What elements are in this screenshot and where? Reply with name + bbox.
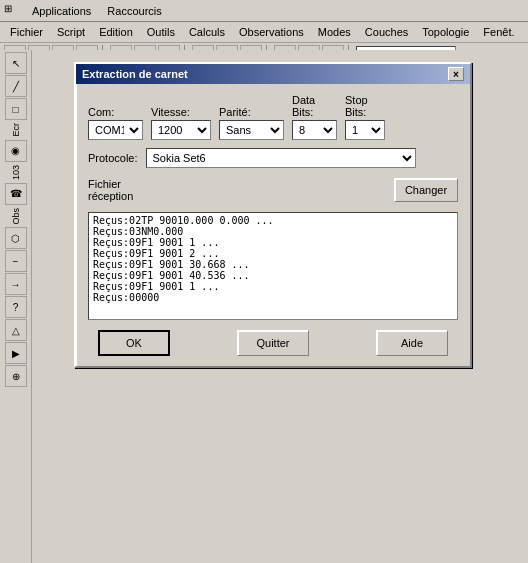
menu-topologie[interactable]: Topologie: [416, 24, 475, 40]
app-icon: ⊞: [4, 3, 20, 19]
lt-btn-play[interactable]: ▶: [5, 342, 27, 364]
field-labels-row: Com: Vitesse: Parité: Data Bits: Stop Bi…: [88, 94, 458, 118]
lt-btn-line[interactable]: ╱: [5, 75, 27, 97]
ok-button[interactable]: OK: [98, 330, 170, 356]
vitesse-select[interactable]: 1200 2400 4800 9600 19200: [151, 120, 211, 140]
app-bar: ⊞ Applications Raccourcis: [0, 0, 528, 22]
changer-button[interactable]: Changer: [394, 178, 458, 202]
menu-outils[interactable]: Outils: [141, 24, 181, 40]
fields-row: COM1 COM2 COM3 COM4 1200 2400 4800 9600 …: [88, 120, 458, 140]
protocol-row: Protocole: Sokia Set6 Leica GSI Trimble …: [88, 148, 458, 168]
lt-btn-phone[interactable]: ☎: [5, 183, 27, 205]
menu-bar: Fichier Script Edition Outils Calculs Ob…: [0, 22, 528, 43]
log-line-5: Reçus:09F1 9001 40.536 ...: [93, 270, 453, 281]
button-row: OK Quitter Aide: [88, 330, 458, 356]
dialog-titlebar: Extraction de carnet ×: [76, 64, 470, 84]
lt-btn-arrow-right[interactable]: →: [5, 273, 27, 295]
parite-label: Parité:: [219, 106, 284, 118]
databits-select[interactable]: 8 7: [292, 120, 337, 140]
menu-script[interactable]: Script: [51, 24, 91, 40]
menu-edition[interactable]: Edition: [93, 24, 139, 40]
lt-label-103[interactable]: 103: [11, 163, 21, 182]
com-label: Com:: [88, 106, 143, 118]
menu-calculs[interactable]: Calculs: [183, 24, 231, 40]
lt-btn-minus[interactable]: −: [5, 250, 27, 272]
dialog-close-button[interactable]: ×: [448, 67, 464, 81]
protocole-label: Protocole:: [88, 152, 138, 164]
protocole-select[interactable]: Sokia Set6 Leica GSI Trimble Nikon: [146, 148, 416, 168]
menu-fichier[interactable]: Fichier: [4, 24, 49, 40]
app-menu-raccourcis[interactable]: Raccourcis: [99, 4, 169, 18]
log-line-3: Reçus:09F1 9001 2 ...: [93, 248, 453, 259]
menu-couches[interactable]: Couches: [359, 24, 414, 40]
stopbits-select[interactable]: 1 2: [345, 120, 385, 140]
log-area: Reçus:02TP 90010.000 0.000 ... Reçus:03N…: [88, 212, 458, 320]
log-line-0: Reçus:02TP 90010.000 0.000 ...: [93, 215, 453, 226]
log-line-1: Reçus:03NM0.000: [93, 226, 453, 237]
quitter-button[interactable]: Quitter: [237, 330, 309, 356]
menu-fenet[interactable]: Fenêt.: [477, 24, 520, 40]
lt-btn-question[interactable]: ?: [5, 296, 27, 318]
log-line-7: Reçus:00000: [93, 292, 453, 303]
app-menu: Applications Raccourcis: [24, 4, 170, 18]
dialog-extraction: Extraction de carnet × Com: Vitesse: Par…: [74, 62, 472, 368]
left-toolbar: ↖ ╱ □ Ecr ◉ 103 ☎ Obs ⬡ − → ? △ ▶ ⊕: [0, 50, 32, 563]
lt-btn-circle[interactable]: ◉: [5, 140, 27, 162]
menu-observations[interactable]: Observations: [233, 24, 310, 40]
vitesse-label: Vitesse:: [151, 106, 211, 118]
lt-btn-rect[interactable]: □: [5, 98, 27, 120]
com-select[interactable]: COM1 COM2 COM3 COM4: [88, 120, 143, 140]
lt-label-obs[interactable]: Obs: [11, 206, 21, 227]
stopbits-label: Stop Bits:: [345, 94, 385, 118]
log-line-4: Reçus:09F1 9001 30.668 ...: [93, 259, 453, 270]
main-area: Extraction de carnet × Com: Vitesse: Par…: [32, 50, 528, 563]
lt-btn-hex[interactable]: ⬡: [5, 227, 27, 249]
databits-label: Data Bits:: [292, 94, 337, 118]
lt-label-ecr[interactable]: Ecr: [11, 121, 21, 139]
app-menu-applications[interactable]: Applications: [24, 4, 99, 18]
dialog-title: Extraction de carnet: [82, 68, 188, 80]
fichier-label-text: Fichier réception: [88, 178, 133, 202]
dialog-body: Com: Vitesse: Parité: Data Bits: Stop Bi…: [76, 84, 470, 366]
fichier-row: Fichier réception Changer: [88, 178, 458, 202]
lt-btn-plus[interactable]: ⊕: [5, 365, 27, 387]
fichier-label: Fichier réception: [88, 178, 168, 202]
log-line-6: Reçus:09F1 9001 1 ...: [93, 281, 453, 292]
parite-select[interactable]: Sans Pair Impair: [219, 120, 284, 140]
log-line-2: Reçus:09F1 9001 1 ...: [93, 237, 453, 248]
menu-modes[interactable]: Modes: [312, 24, 357, 40]
lt-btn-triangle[interactable]: △: [5, 319, 27, 341]
aide-button[interactable]: Aide: [376, 330, 448, 356]
lt-btn-arrow[interactable]: ↖: [5, 52, 27, 74]
